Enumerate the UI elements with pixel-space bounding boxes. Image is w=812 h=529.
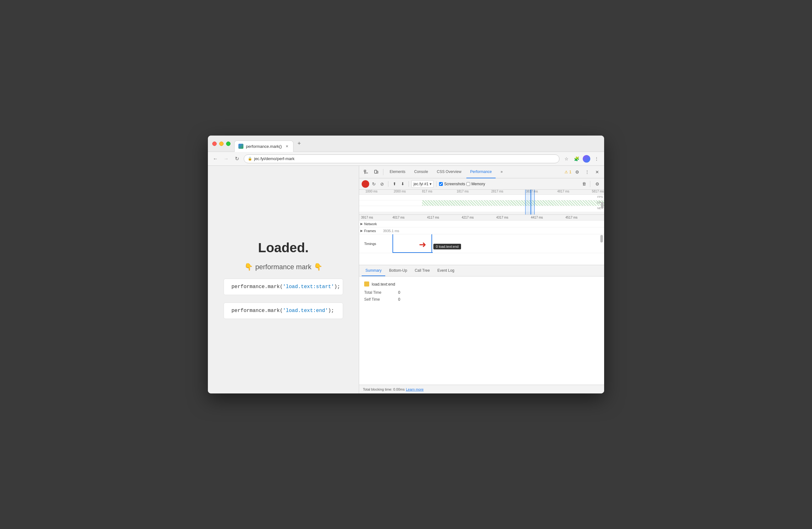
tab-css-overview[interactable]: CSS Overview: [433, 166, 465, 178]
detail-ruler: 3917 ms 4017 ms 4117 ms 4217 ms 4317 ms …: [359, 215, 604, 220]
fps-label: FPS: [597, 195, 603, 198]
devtools-toolbar: Elements Console CSS Overview Performanc…: [359, 166, 604, 178]
titlebar: performance.mark() ✕ +: [208, 135, 604, 152]
ruler-tick-6: 4817 ms: [557, 190, 569, 193]
tab-bottom-up[interactable]: Bottom-Up: [385, 266, 411, 276]
frames-value: 3935.1 ms: [383, 229, 399, 233]
ruler-tick-1: 2000 ms: [394, 190, 406, 193]
url-text: jec.fyi/demo/perf-mark: [254, 156, 295, 161]
timeline-overview[interactable]: 1000 ms 2000 ms 817 ms 1817 ms 2817 ms 3…: [359, 190, 604, 215]
new-tab-button[interactable]: +: [295, 139, 304, 148]
back-button[interactable]: ←: [212, 155, 219, 162]
emoji-right: 👇: [314, 263, 322, 271]
svg-rect-3: [375, 170, 377, 173]
network-expand[interactable]: ▶: [359, 221, 364, 226]
target-label: jec.fyi #1: [414, 182, 428, 186]
frames-expand[interactable]: ▶: [359, 228, 364, 233]
overview-blue-line: [531, 190, 531, 214]
net-row: NET: [359, 206, 604, 212]
extensions-button[interactable]: 🧩: [573, 155, 580, 162]
forward-button[interactable]: →: [222, 155, 230, 162]
red-arrow-icon: ➜: [419, 239, 426, 250]
record-toolbar: ↻ ⊘ ⬆ ⬇ jec.fyi #1 ▾ Screenshots Memory: [359, 178, 604, 190]
timings-label: Timings: [359, 242, 392, 246]
tab-more[interactable]: »: [497, 166, 507, 178]
frames-bar-area: [399, 227, 604, 234]
timings-row[interactable]: Timings ➜ 0 load.text:end: [359, 234, 604, 253]
memory-checkbox[interactable]: [466, 182, 470, 186]
code-suffix-1: );: [334, 284, 340, 290]
warning-badge[interactable]: ⚠ 1: [565, 170, 571, 174]
network-bar-area: [392, 220, 604, 227]
network-label: Network: [364, 222, 392, 226]
inspect-element-button[interactable]: [362, 168, 371, 176]
emoji-left: 👇: [244, 263, 253, 271]
network-row[interactable]: ▶ Network: [359, 220, 604, 227]
timing-tooltip: 0 load.text:end: [433, 244, 461, 249]
clear-recording-button[interactable]: 🗑: [581, 181, 588, 187]
menu-button[interactable]: ⋮: [593, 155, 600, 162]
tooltip-label: load.text:end: [439, 245, 459, 248]
code-string-2: 'load.text:end': [283, 308, 328, 314]
record-divider-2: [408, 181, 409, 187]
download-profile-button[interactable]: ⬇: [399, 181, 406, 187]
frames-row[interactable]: ▶ Frames 3935.1 ms: [359, 227, 604, 234]
detail-tick-1: 4017 ms: [392, 216, 404, 219]
more-options-button[interactable]: ⋮: [583, 168, 592, 176]
detail-scrollbar[interactable]: [600, 235, 603, 242]
detail-timeline[interactable]: 3917 ms 4017 ms 4117 ms 4217 ms 4317 ms …: [359, 215, 604, 265]
total-time-row: Total Time 0: [364, 290, 599, 295]
tab-call-tree[interactable]: Call Tree: [411, 266, 434, 276]
settings-button[interactable]: ⚙: [573, 168, 581, 176]
summary-title: load.text:end: [364, 282, 599, 287]
device-toolbar-button[interactable]: [372, 168, 380, 176]
screenshots-checkbox[interactable]: [439, 182, 443, 186]
main-area: Loaded. 👇 performance mark 👇 performance…: [208, 166, 604, 394]
active-tab[interactable]: performance.mark() ✕: [234, 141, 293, 152]
reload-button[interactable]: ↻: [233, 155, 241, 162]
tab-console[interactable]: Console: [410, 166, 432, 178]
tab-performance[interactable]: Performance: [466, 166, 496, 178]
svg-rect-0: [364, 170, 366, 172]
address-right-buttons: ☆ 🧩 ⋮: [563, 155, 600, 162]
stop-recording-button[interactable]: ⊘: [379, 181, 386, 187]
target-selector[interactable]: jec.fyi #1 ▾: [411, 180, 434, 188]
record-button[interactable]: [362, 180, 369, 188]
overview-scrollbar[interactable]: [601, 202, 604, 209]
ruler-tick-4: 2817 ms: [491, 190, 503, 193]
close-button[interactable]: [212, 142, 217, 146]
tab-elements[interactable]: Elements: [386, 166, 409, 178]
frames-label: Frames: [364, 229, 383, 233]
detail-tick-3: 4217 ms: [462, 216, 474, 219]
record-settings-divider: [590, 181, 590, 187]
reload-and-record-button[interactable]: ↻: [371, 181, 377, 187]
screenshots-checkbox-area[interactable]: Screenshots: [439, 182, 465, 186]
detail-tick-2: 4117 ms: [427, 216, 439, 219]
target-arrow: ▾: [430, 182, 432, 186]
summary-icon: [364, 282, 369, 287]
self-time-label: Self Time: [364, 297, 396, 302]
upload-profile-button[interactable]: ⬆: [391, 181, 398, 187]
minimize-button[interactable]: [219, 142, 223, 146]
memory-checkbox-area[interactable]: Memory: [466, 182, 485, 186]
warning-icon: ⚠: [565, 170, 568, 174]
address-bar[interactable]: 🔒 jec.fyi/demo/perf-mark: [244, 154, 560, 163]
warning-count: 1: [569, 170, 571, 174]
tab-summary[interactable]: Summary: [362, 266, 385, 276]
svg-rect-4: [377, 171, 378, 173]
capture-settings-button[interactable]: ⚙: [593, 180, 601, 188]
page-heading: Loaded.: [258, 240, 308, 255]
detail-tick-5: 4417 ms: [531, 216, 543, 219]
tab-close-button[interactable]: ✕: [284, 144, 289, 149]
code-suffix-2: );: [328, 308, 334, 314]
learn-more-link[interactable]: Learn more: [406, 387, 424, 391]
timeline-selection[interactable]: [525, 190, 535, 214]
detail-tick-0: 3917 ms: [361, 216, 373, 219]
traffic-lights: [212, 142, 231, 146]
tab-event-log[interactable]: Event Log: [434, 266, 458, 276]
tab-favicon: [238, 144, 243, 149]
profile-avatar[interactable]: [583, 155, 590, 162]
bookmark-button[interactable]: ☆: [563, 155, 570, 162]
close-devtools-button[interactable]: ✕: [593, 168, 601, 176]
maximize-button[interactable]: [226, 142, 231, 146]
